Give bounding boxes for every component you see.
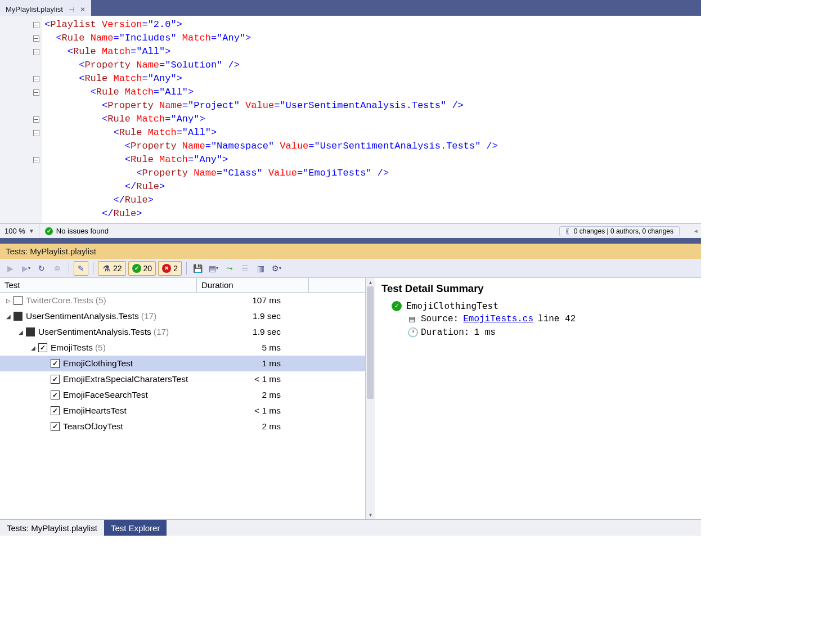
tree-label: EmojiFaceSearchTest xyxy=(63,390,148,400)
column-duration[interactable]: Duration xyxy=(197,278,309,292)
checkbox[interactable] xyxy=(38,343,47,352)
detail-title: Test Detail Summary xyxy=(381,282,694,295)
fold-toggle[interactable] xyxy=(33,35,39,42)
column-test[interactable]: Test xyxy=(0,278,197,292)
tree-row[interactable]: TearsOfJoyTest2 ms xyxy=(0,419,365,434)
fold-toggle[interactable] xyxy=(33,49,39,55)
expand-toggle[interactable]: ◢ xyxy=(30,345,36,351)
test-panel-title: Tests: MyPlaylist.playlist xyxy=(0,244,701,259)
fold-toggle[interactable] xyxy=(33,130,39,136)
playlist-button[interactable]: ▤▾ xyxy=(207,262,221,275)
tree-label: EmojiHeartsTest xyxy=(63,406,127,416)
editor-tab-bar: MyPlaylist.playlist ⊣ ✕ xyxy=(0,0,701,16)
tree-label: EmojiExtraSpecialCharatersTest xyxy=(63,374,188,384)
codelens-changes[interactable]: ⟪ 0 changes | 0 authors, 0 changes xyxy=(559,226,680,236)
source-link[interactable]: EmojiTests.cs xyxy=(463,314,533,324)
bottom-tab-tests[interactable]: Tests: MyPlaylist.playlist xyxy=(0,520,104,536)
panel-separator xyxy=(0,238,701,244)
editor-tab[interactable]: MyPlaylist.playlist ⊣ ✕ xyxy=(0,0,91,16)
failed-tests-pill[interactable]: ✕2 xyxy=(158,261,182,276)
issues-indicator[interactable]: ✓ No issues found xyxy=(39,227,114,235)
scroll-thumb[interactable] xyxy=(367,286,374,399)
tree-duration: 1.9 sec xyxy=(253,311,281,321)
checkbox[interactable] xyxy=(14,296,23,305)
tab-title: MyPlaylist.playlist xyxy=(6,5,63,14)
tree-row[interactable]: EmojiFaceSearchTest2 ms xyxy=(0,387,365,403)
tree-row[interactable]: EmojiExtraSpecialCharatersTest< 1 ms xyxy=(0,371,365,387)
settings-button[interactable]: ⚙▾ xyxy=(270,262,284,275)
edit-playlist-button[interactable]: ✎ xyxy=(74,261,88,276)
clock-icon: 🕐 xyxy=(407,327,416,338)
scrollbar[interactable]: ▴ ▾ xyxy=(366,278,375,519)
run-to-button[interactable]: ⤳ xyxy=(223,262,236,275)
scroll-down-icon[interactable]: ▾ xyxy=(369,511,372,518)
passed-tests-pill[interactable]: ✓20 xyxy=(128,261,156,276)
tree-duration: 5 ms xyxy=(262,343,281,353)
tree-body[interactable]: ▷TwitterCore.Tests (5)107 ms◢UserSentime… xyxy=(0,293,365,519)
fail-icon: ✕ xyxy=(162,264,171,273)
tree-row[interactable]: ▷TwitterCore.Tests (5)107 ms xyxy=(0,293,365,308)
run-all-button[interactable]: ▶ xyxy=(3,262,17,275)
stop-button[interactable]: ⊗ xyxy=(51,262,64,275)
columns-button[interactable]: ▥ xyxy=(254,262,268,275)
tree-row[interactable]: ◢EmojiTests (5)5 ms xyxy=(0,340,365,356)
repeat-button[interactable]: ↻ xyxy=(35,262,48,275)
test-tree-panel: Test Duration ▷TwitterCore.Tests (5)107 … xyxy=(0,278,366,519)
zoom-dropdown[interactable]: 100 % ▼ xyxy=(0,224,39,238)
pass-icon: ✓ xyxy=(132,264,141,273)
tree-row[interactable]: ◢UserSentimentAnalysis.Tests (17)1.9 sec xyxy=(0,308,365,324)
tree-duration: 1.9 sec xyxy=(253,327,281,337)
flask-icon: ⚗ xyxy=(102,264,111,273)
fold-toggle[interactable] xyxy=(33,76,39,82)
tree-label: UserSentimentAnalysis.Tests xyxy=(26,311,139,321)
bottom-tab-bar: Tests: MyPlaylist.playlist Test Explorer xyxy=(0,520,701,536)
checkbox[interactable] xyxy=(14,312,23,321)
test-toolbar: ▶ ▶▾ ↻ ⊗ ✎ ⚗22 ✓20 ✕2 💾 ▤▾ ⤳ ☰ ▥ ⚙▾ xyxy=(0,259,701,278)
expand-toggle[interactable]: ▷ xyxy=(6,298,11,304)
tree-label: EmojiClothingTest xyxy=(63,358,133,369)
tree-label: TwitterCore.Tests xyxy=(26,295,93,306)
expand-toggle[interactable]: ◢ xyxy=(18,329,24,335)
source-icon: ▤ xyxy=(407,313,416,325)
total-tests-pill[interactable]: ⚗22 xyxy=(98,261,126,276)
chevron-down-icon: ▼ xyxy=(29,228,34,234)
checkbox[interactable] xyxy=(51,406,60,415)
history-icon: ⟪ xyxy=(565,227,569,235)
tree-label: UserSentimentAnalysis.Tests xyxy=(38,327,151,337)
pin-icon[interactable]: ⊣ xyxy=(69,6,74,14)
fold-toggle[interactable] xyxy=(33,116,39,123)
fold-toggle[interactable] xyxy=(33,89,39,96)
checkbox[interactable] xyxy=(51,359,60,368)
tree-duration: 2 ms xyxy=(262,390,281,400)
tree-duration: 2 ms xyxy=(262,421,281,432)
tree-duration: 1 ms xyxy=(262,358,281,369)
fold-toggle[interactable] xyxy=(33,157,39,163)
tree-duration: 107 ms xyxy=(252,295,281,306)
tree-row[interactable]: EmojiClothingTest1 ms xyxy=(0,356,365,371)
nav-arrow-icon[interactable]: ◂ xyxy=(691,227,701,235)
fold-toggle[interactable] xyxy=(33,22,39,28)
column-blank xyxy=(309,278,365,292)
group-by-button[interactable]: ☰ xyxy=(239,262,252,275)
tree-row[interactable]: EmojiHeartsTest< 1 ms xyxy=(0,403,365,419)
tree-label: TearsOfJoyTest xyxy=(63,421,123,432)
checkbox[interactable] xyxy=(51,422,60,431)
tree-row[interactable]: ◢UserSentimentAnalysis.Tests (17)1.9 sec xyxy=(0,324,365,340)
tree-duration: < 1 ms xyxy=(254,374,281,384)
expand-toggle[interactable]: ◢ xyxy=(6,313,11,320)
editor-status-bar: 100 % ▼ ✓ No issues found ⟪ 0 changes | … xyxy=(0,223,701,238)
code-content[interactable]: <Playlist Version="2.0"> <Rule Name="Inc… xyxy=(42,16,701,223)
checkbox[interactable] xyxy=(51,390,60,399)
checkbox[interactable] xyxy=(26,327,35,336)
tree-label: EmojiTests xyxy=(51,343,93,353)
close-icon[interactable]: ✕ xyxy=(80,6,86,14)
detail-test-name: EmojiClothingTest xyxy=(406,300,498,311)
bottom-tab-explorer[interactable]: Test Explorer xyxy=(104,520,167,536)
save-button[interactable]: 💾 xyxy=(191,262,205,275)
run-button[interactable]: ▶▾ xyxy=(19,262,33,275)
code-editor[interactable]: <Playlist Version="2.0"> <Rule Name="Inc… xyxy=(0,16,701,223)
scroll-up-icon[interactable]: ▴ xyxy=(369,279,372,285)
pass-icon: ✓ xyxy=(392,301,402,311)
checkbox[interactable] xyxy=(51,375,60,384)
tree-duration: < 1 ms xyxy=(254,406,281,416)
